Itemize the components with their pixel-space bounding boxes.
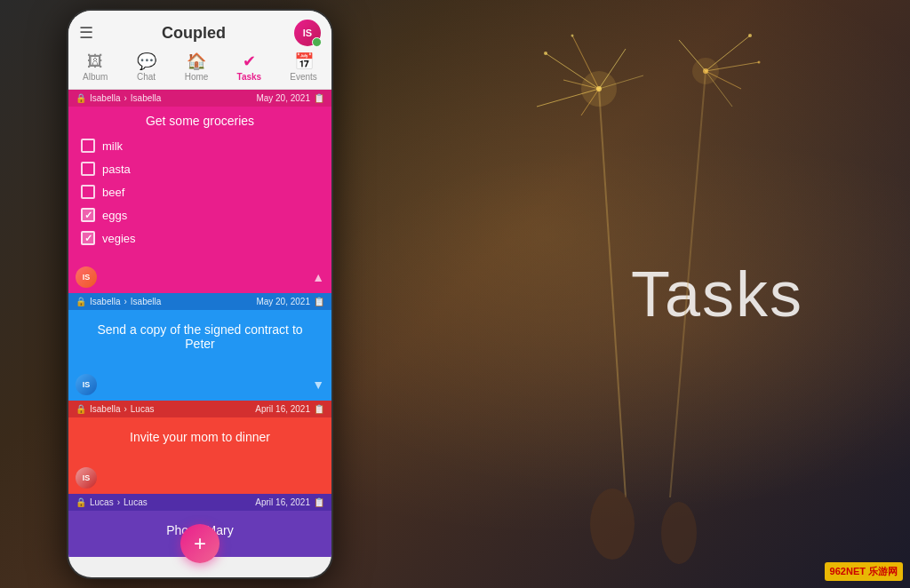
home-icon: 🏠 [187,52,206,71]
card-avatar-3: IS [76,467,97,489]
menu-icon[interactable]: ☰ [79,23,93,43]
card-header-dinner: 🔒 Isabella › Lucas April 16, 2021 📋 [68,401,331,417]
sidebar-item-album[interactable]: 🖼 Album [76,51,115,83]
card-avatar-2: IS [76,374,97,395]
task-cards-area: 🔒 Isabella › Isabella May 20, 2021 📋 Get… [68,90,331,577]
sidebar-item-chat[interactable]: 💬 Chat [130,50,164,83]
card-date-2: May 20, 2021 [256,297,310,306]
task-card-dinner[interactable]: 🔒 Isabella › Lucas April 16, 2021 📋 Invi… [68,401,331,494]
list-item[interactable]: beef [81,185,319,199]
sidebar-item-events[interactable]: 📅 Events [283,50,324,83]
card-user-to-4: Lucas [124,497,148,507]
tasks-icon: ✔ [243,52,256,71]
lock-icon-1: 🔒 [76,93,86,103]
app-header: ☰ Coupled IS [68,11,331,46]
card-header-phone: 🔒 Lucas › Lucas April 16, 2021 📋 [68,494,331,511]
checkbox-eggs[interactable] [81,208,95,222]
item-label-vegies: vegies [102,232,136,245]
card-date-1: May 20, 2021 [256,93,310,103]
sidebar-item-tasks[interactable]: ✔ Tasks [230,50,269,83]
watermark: 962NET 乐游网 [825,562,903,581]
list-item[interactable]: milk [81,139,319,153]
card-user-to-2: Isabella [131,297,161,306]
card-user-from-1: Isabella [90,93,120,103]
watermark-text: 962NET 乐游网 [830,566,898,576]
chat-label: Chat [137,72,156,82]
tasks-label: Tasks [237,72,262,82]
card-title-dinner: Invite your mom to dinner [81,430,319,444]
home-label: Home [185,72,209,82]
checkbox-milk[interactable] [81,139,95,153]
card-header-contract: 🔒 Isabella › Isabella May 20, 2021 📋 [68,293,331,310]
calendar-icon-4: 📋 [314,497,324,507]
card-title-groceries: Get some groceries [81,114,319,128]
item-label-milk: milk [102,139,123,153]
card-avatar-1: IS [76,266,97,288]
task-card-contract[interactable]: 🔒 Isabella › Isabella May 20, 2021 📋 Sen… [68,293,331,401]
events-label: Events [290,72,317,82]
calendar-icon-3: 📋 [314,404,324,414]
bottom-nav: 🖼 Album 💬 Chat 🏠 Home ✔ Tasks 📅 Events [68,46,331,90]
sidebar-item-home[interactable]: 🏠 Home [178,50,216,83]
item-label-pasta: pasta [102,163,131,176]
card-header-groceries: 🔒 Isabella › Isabella May 20, 2021 📋 [68,90,331,107]
events-icon: 📅 [294,52,314,71]
bg-tasks-label: Tasks [631,258,803,330]
calendar-icon-1: 📋 [314,93,324,103]
calendar-icon-2: 📋 [314,297,324,306]
card-user-from-2: Isabella [90,297,120,306]
task-card-groceries[interactable]: 🔒 Isabella › Isabella May 20, 2021 📋 Get… [68,90,331,293]
card-user-from-4: Lucas [90,497,114,507]
checkbox-pasta[interactable] [81,162,95,176]
album-icon: 🖼 [87,52,103,71]
checkbox-vegies[interactable] [81,231,95,245]
item-label-beef: beef [102,186,124,199]
lock-icon-4: 🔒 [76,497,86,507]
app-title: Coupled [162,24,226,43]
checkbox-beef[interactable] [81,185,95,199]
card-user-to-1: Isabella [131,93,161,103]
avatar[interactable]: IS [294,20,321,46]
phone-mockup: ☰ Coupled IS 🖼 Album 💬 Chat 🏠 Home ✔ Tas… [67,9,333,579]
item-label-eggs: eggs [102,209,127,222]
card-user-to-3: Lucas [131,404,155,414]
lock-icon-2: 🔒 [76,297,86,306]
lock-icon-3: 🔒 [76,404,86,414]
chevron-up-icon-1: ▲ [312,270,324,284]
fab-add-button[interactable]: + [180,524,220,563]
card-user-from-3: Isabella [90,404,120,414]
list-item[interactable]: vegies [81,231,319,245]
card-date-4: April 16, 2021 [255,497,310,507]
list-item[interactable]: pasta [81,162,319,176]
fab-plus-icon: + [194,531,206,556]
album-label: Album [83,72,108,82]
card-title-contract: Send a copy of the signed contract to Pe… [81,322,319,351]
chevron-down-icon-2: ▼ [312,377,324,392]
chat-icon: 💬 [137,52,156,71]
list-item[interactable]: eggs [81,208,319,222]
card-date-3: April 16, 2021 [255,404,310,414]
